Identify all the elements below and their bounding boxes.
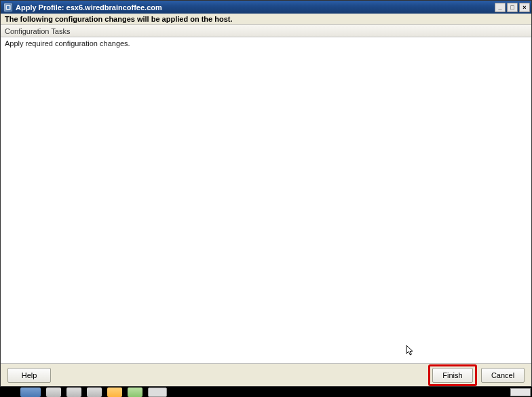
content-area: Configuration Tasks Apply required confi…: [1, 25, 531, 363]
minimize-button[interactable]: _: [495, 3, 506, 12]
maximize-icon: □: [510, 4, 514, 11]
taskbar-icon[interactable]: [107, 387, 122, 397]
task-row: Apply required configuration changes.: [1, 37, 531, 50]
taskbar-icon[interactable]: [46, 387, 61, 397]
finish-highlight: Finish: [428, 364, 477, 386]
finish-button[interactable]: Finish: [432, 368, 473, 383]
taskbar-icon[interactable]: [148, 387, 167, 397]
content-spacer: [1, 50, 531, 363]
taskbar-icon[interactable]: [66, 387, 81, 397]
taskbar-icon[interactable]: [87, 387, 102, 397]
maximize-button[interactable]: □: [507, 3, 518, 12]
close-icon: ×: [522, 4, 526, 11]
taskbar-icon[interactable]: [20, 387, 41, 397]
minimize-icon: _: [498, 4, 501, 11]
taskbar-edge: [510, 388, 531, 396]
app-icon: [3, 3, 13, 12]
window-controls: _ □ ×: [493, 3, 530, 12]
close-button[interactable]: ×: [519, 3, 530, 12]
title-bar: Apply Profile: esx6.wiredbraincoffee.com…: [1, 1, 531, 14]
taskbar-strip: [0, 387, 532, 397]
help-button[interactable]: Help: [7, 368, 51, 383]
dialog-subtitle: The following configuration changes will…: [1, 14, 531, 25]
taskbar-icon[interactable]: [128, 387, 142, 397]
window-title: Apply Profile: esx6.wiredbraincoffee.com: [16, 3, 493, 12]
button-bar: Help Finish Cancel: [1, 363, 531, 386]
section-header: Configuration Tasks: [1, 25, 531, 37]
cancel-button[interactable]: Cancel: [481, 368, 525, 383]
